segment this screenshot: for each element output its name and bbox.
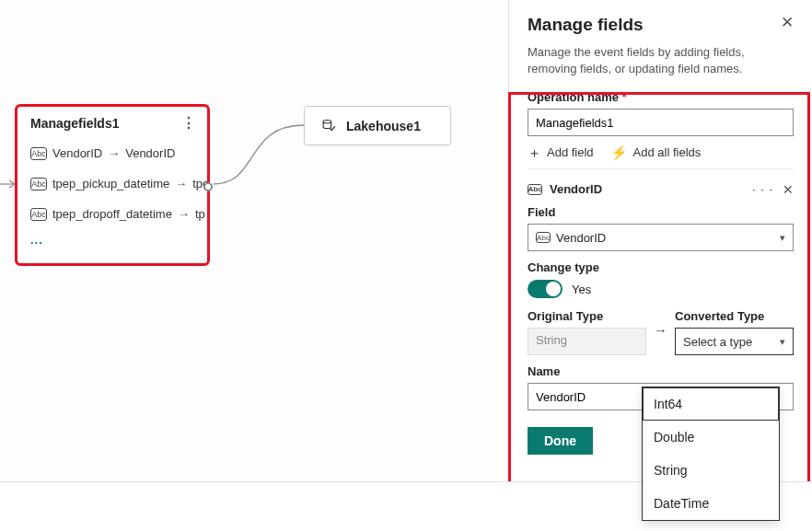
- output-handle[interactable]: [203, 182, 213, 191]
- plus-icon: ＋: [528, 145, 541, 159]
- arrow-icon: →: [175, 177, 187, 190]
- field-label: Field: [528, 205, 794, 219]
- node-more-menu[interactable]: ⋮: [181, 119, 196, 128]
- table-row: Abc tpep_pickup_datetime → tpe: [17, 168, 207, 199]
- change-type-label: Change type: [528, 260, 794, 274]
- field-input: tpep_pickup_datetime: [52, 177, 169, 190]
- field-output: tp: [195, 207, 205, 221]
- arrow-icon: →: [654, 322, 667, 343]
- add-field-label: Add field: [547, 145, 594, 159]
- panel-description: Manage the event fields by adding fields…: [528, 44, 794, 77]
- dropdown-option[interactable]: DateTime: [643, 487, 779, 520]
- field-type-icon: Abc: [528, 184, 542, 195]
- field-input: VendorID: [52, 146, 102, 160]
- table-row: Abc tpep_dropoff_datetime → tp: [17, 199, 207, 229]
- arrow-icon: →: [178, 207, 190, 221]
- remove-field-icon[interactable]: ✕: [783, 183, 794, 196]
- dropdown-option[interactable]: Double: [643, 421, 779, 454]
- converted-type-select[interactable]: Select a type ▾: [675, 328, 794, 355]
- manage-fields-panel: Manage fields ✕ Manage the event fields …: [508, 0, 812, 531]
- diagram-canvas[interactable]: Managefields1 ⋮ Abc VendorID → VendorID …: [0, 0, 497, 531]
- field-type-icon: Abc: [30, 208, 47, 221]
- arrow-icon: →: [108, 146, 120, 160]
- change-type-toggle[interactable]: [528, 280, 563, 298]
- panel-title: Manage fields: [528, 15, 644, 35]
- svg-point-0: [323, 121, 331, 123]
- add-all-fields-button[interactable]: ⚡ Add all fields: [610, 145, 702, 159]
- lakehouse-icon: [321, 118, 337, 133]
- field-more-menu[interactable]: · · ·: [752, 182, 773, 196]
- add-field-button[interactable]: ＋ Add field: [528, 145, 594, 159]
- expand-fields[interactable]: ...: [17, 229, 207, 256]
- field-type-icon: Abc: [30, 147, 47, 160]
- dropdown-option[interactable]: String: [643, 454, 779, 487]
- node-managefields[interactable]: Managefields1 ⋮ Abc VendorID → VendorID …: [17, 106, 208, 264]
- toggle-text: Yes: [572, 283, 591, 296]
- converted-type-label: Converted Type: [675, 309, 794, 323]
- original-type-label: Original Type: [528, 309, 646, 323]
- operation-name-label: Operation name: [528, 90, 794, 104]
- chevron-down-icon: ▾: [780, 336, 785, 348]
- chevron-down-icon: ▾: [780, 232, 785, 244]
- field-select-value: VendorID: [556, 231, 606, 245]
- type-dropdown[interactable]: Int64 Double String DateTime: [642, 387, 780, 521]
- bolt-icon: ⚡: [610, 145, 628, 159]
- node-title: Managefields1: [30, 116, 119, 131]
- node-title: Lakehouse1: [346, 119, 421, 133]
- converted-type-placeholder: Select a type: [683, 335, 752, 349]
- field-type-icon: Abc: [30, 178, 47, 190]
- field-type-icon: Abc: [536, 232, 551, 243]
- operation-name-input[interactable]: [528, 109, 794, 136]
- original-type-value: String: [528, 328, 646, 355]
- field-section-name: VendorID: [550, 182, 602, 196]
- close-icon[interactable]: ✕: [781, 15, 794, 30]
- field-input: tpep_dropoff_datetime: [52, 207, 172, 221]
- name-label: Name: [528, 364, 794, 378]
- dropdown-option[interactable]: Int64: [643, 387, 779, 421]
- node-lakehouse[interactable]: Lakehouse1: [304, 106, 451, 145]
- add-all-fields-label: Add all fields: [633, 145, 702, 159]
- table-row: Abc VendorID → VendorID: [17, 138, 207, 168]
- done-button[interactable]: Done: [528, 427, 593, 455]
- field-output: VendorID: [125, 146, 175, 160]
- field-select[interactable]: Abc VendorID ▾: [528, 224, 794, 251]
